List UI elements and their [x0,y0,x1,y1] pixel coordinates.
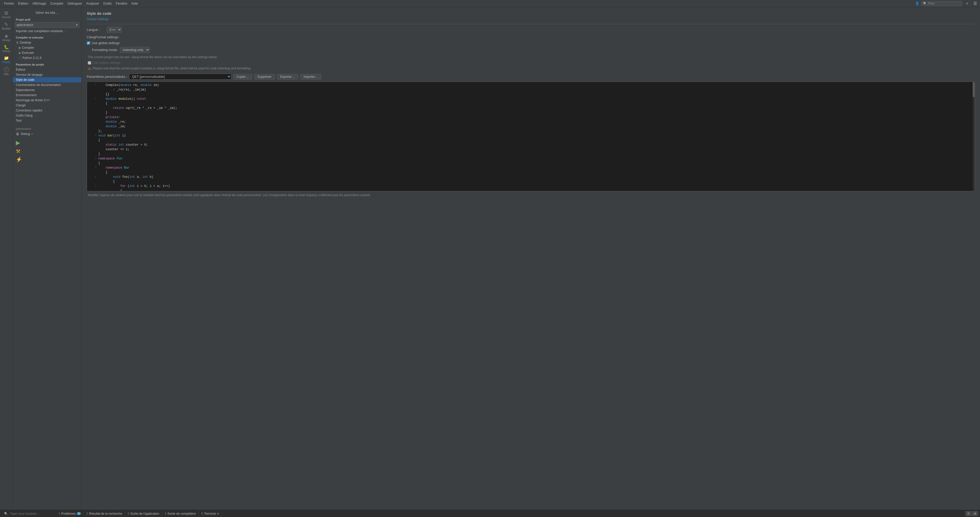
code-line: counter += i; [87,147,975,152]
run-play-button[interactable]: ▶ [16,140,78,146]
preview-note: Modifier l'aperçu du contenu pour voir l… [87,193,975,197]
statusbar: 🔍 1 Problèmes 2 2 Résultat de la recherc… [0,510,980,517]
status-tab-recherche[interactable]: 2 Résultat de la recherche [84,510,125,517]
problemes-num: 1 [59,512,60,515]
exporter-button[interactable]: Exporter… [277,74,298,79]
sortie-compil-label: Sortie de compilation [167,512,196,515]
importer-button[interactable]: Importer… [300,74,321,79]
menu-debogueur[interactable]: Déboguer [65,1,84,6]
status-search-btn[interactable]: 🔍 [2,510,10,517]
code-line: private: [87,115,975,120]
use-global-row: Use global settings [87,41,975,45]
scrollbar-track[interactable] [973,82,975,191]
status-right: ☰ ⊞ [966,511,978,516]
param-test[interactable]: Test [13,118,81,123]
sidebar-item-modifier[interactable]: ✎ Modifier [0,21,13,32]
code-line: { [87,138,975,143]
tree-python[interactable]: ⬡ Python 3.11.9 [13,56,81,60]
accueil-label: Accueil [2,16,10,19]
scrollbar-thumb[interactable] [973,82,975,97]
param-nommage-fichier[interactable]: Nommage de fichier C++ [13,98,81,103]
recherche-num: 2 [86,512,88,515]
status-search-input[interactable] [10,512,56,515]
clangd-label: Clangd [16,103,25,107]
code-line: static int counter = 0; [87,143,975,147]
menu-affichage[interactable]: Affichage [30,1,48,6]
code-line: { [87,170,975,175]
modifier-label: Modifier [2,27,11,30]
formatting-mode-select[interactable]: Indenting only Full formatting None [120,47,150,53]
status-tab-sortie-compil[interactable]: 4 Sortie de compilation [162,510,199,517]
info-text: The current project has its own .clang-f… [87,56,975,59]
hamburger-icon[interactable]: ☰ [972,1,978,6]
param-dependances[interactable]: Dépendances [13,87,81,93]
sidebar-item-accueil[interactable]: ⊞ Accueil [0,9,13,20]
global-settings-link[interactable]: Global settings [87,17,975,21]
manage-kits-button[interactable]: Gérer les kits… [13,9,81,16]
outils-label: Outils Clang [16,114,32,117]
status-tab-sortie-app[interactable]: 3 Sortie de l'application [125,510,162,517]
langue-select[interactable]: C++ [107,27,122,33]
view-grid-button[interactable]: ⊞ [972,511,978,516]
use-global-checkbox[interactable] [87,41,90,44]
profile-icon[interactable]: 👤 [915,2,919,5]
status-tab-terminal[interactable]: 5 Terminal ⊕ [199,510,222,517]
projet-dropdown[interactable]: qelectrotech ▾ [15,22,80,28]
test-label: Test [16,119,21,122]
menu-fichier[interactable]: Fichier [2,1,16,6]
filter-box[interactable]: 🔍 Filtre [921,1,962,6]
params-perso-row: Paramètres personnalisés : QET [personna… [87,74,975,79]
menu-edition[interactable]: Édition [16,1,30,6]
param-corrections[interactable]: Corrections rapides [13,108,81,113]
computer-small-icon: 🖥 [16,132,19,136]
tree-desktop[interactable]: 🖥 Desktop [13,40,81,45]
sidebar-item-design[interactable]: ◈ Design [0,32,13,43]
param-outils-clang[interactable]: Outils Clang [13,113,81,118]
formatting-mode-row: Formatting mode: Indenting only Full for… [87,47,975,53]
tree-executer[interactable]: ▶ Exécuter [13,50,81,56]
sidebar-item-aide[interactable]: ? Aide [0,65,13,77]
add-button[interactable]: ＋ [964,1,970,6]
manage-kits-label: Gérer les kits… [36,11,59,14]
run-special-button[interactable]: ⚡ [16,156,78,162]
warning-icon: ⚠ [88,67,91,71]
content-area: Style de code Global settings Langue : C… [82,7,980,510]
icon-rail: ⊞ Accueil ✎ Modifier ◈ Design 🐛 Debug 📁 … [0,7,13,510]
code-line: } [87,152,975,156]
formatting-mode-label: Formatting mode: [92,48,118,52]
tree-compiler[interactable]: ▶ Compiler [13,45,81,50]
use-custom-checkbox[interactable] [88,61,91,65]
params-perso-select[interactable]: QET [personnalisable] LLVM Google Chromi… [129,74,231,79]
menu-compiler[interactable]: Compiler [48,1,65,6]
params-perso-label: Paramètres personnalisés : [87,75,127,79]
param-serveur-langage[interactable]: Serveur de langage [13,72,81,77]
param-commentaires[interactable]: Commentaires de documentation [13,82,81,87]
menu-fenetre[interactable]: Fenêtre [114,1,129,6]
status-tab-problemes[interactable]: 1 Problèmes 2 [56,510,84,517]
copier-button[interactable]: Copier… [233,74,252,79]
projet-name: qelectrotech [17,23,33,27]
bottom-device-label: Debug [21,132,30,136]
terminal-num: 5 [201,512,203,515]
run-cmake-button[interactable]: ⚒ [16,148,78,154]
clangformat-title: ClangFormat settings: [87,35,975,39]
sidebar-item-projets[interactable]: 📁 Projets [0,55,13,65]
exec-icon: ▶ [19,51,21,55]
debug-label: Debug [3,50,10,52]
menu-aide[interactable]: Aide [129,1,140,6]
code-line: { [87,189,975,191]
import-compilation-button[interactable]: Importer une compilation existante… [13,28,81,34]
param-editeur[interactable]: Éditeur [13,67,81,72]
view-list-button[interactable]: ☰ [966,511,972,516]
param-clangd[interactable]: Clangd [13,103,81,108]
sidebar-item-debug[interactable]: 🐛 Debug [0,44,13,54]
param-environnement[interactable]: Environnement [13,93,81,98]
code-line: return sqrt(_re * _re + _im * _im); [87,106,975,111]
code-content[interactable]: ▸ Complex(double re, double im) : _re(re… [87,82,975,191]
menu-analyser[interactable]: Analyser [84,1,101,6]
param-style-code[interactable]: Style de code [13,77,81,82]
menu-outils[interactable]: Outils [101,1,114,6]
warning-row: ⚠ Please note that the current project i… [87,67,975,71]
code-line: { [87,179,975,184]
supprimer-button[interactable]: Supprimer [254,74,275,79]
